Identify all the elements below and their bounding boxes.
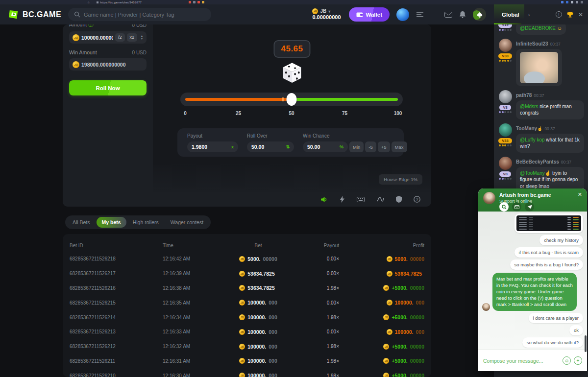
message-bubble: @Luffy kop what for that 1k win? <box>516 134 584 153</box>
winchance-input[interactable]: 50.00 % <box>303 141 348 152</box>
bet-id[interactable]: 68285367211526216 <box>70 285 163 291</box>
bets-section: All Bets My bets High rollers Wager cont… <box>63 215 431 377</box>
bookmark-icon[interactable]: ☆ <box>87 0 90 4</box>
vip-pips <box>499 178 512 180</box>
table-row[interactable]: 68285367211526216 12:16:38 AM 53634.7825… <box>68 281 426 296</box>
table-row[interactable]: 68285367211526212 12:16:32 AM 100000.000… <box>68 339 426 354</box>
bet-parameters: Payout 1.9800 x Roll Over 50.00 ⇅ Win Ch… <box>177 128 404 157</box>
bell-icon[interactable] <box>459 11 466 18</box>
email-icon[interactable] <box>512 202 521 212</box>
amount-stepper[interactable]: ▲▼ <box>139 35 145 40</box>
amount-value[interactable]: 100000.00000000 <box>81 35 113 41</box>
scrollbar-thumb[interactable] <box>585 335 587 352</box>
wallet-button[interactable]: Wallet <box>349 7 390 22</box>
table-row[interactable]: 68285367211526218 12:16:42 AM 5000.00000… <box>68 252 426 266</box>
col-bet-id: Bet ID <box>70 243 163 248</box>
table-row[interactable]: 68285367211526217 12:16:39 AM 53634.7825… <box>68 266 426 281</box>
winchance-group: Win Chance 50.00 % Min -5 +5 Max <box>303 133 407 157</box>
trends-icon[interactable] <box>376 196 384 202</box>
bet-id[interactable]: 68285367211526217 <box>70 271 163 276</box>
timestamp: 00:37 <box>550 42 561 47</box>
bet-id[interactable]: 68285367211526212 <box>70 344 163 349</box>
amount-input[interactable]: 100000.00000000 /2 x2 ▲▼ <box>69 31 147 44</box>
compose-placeholder[interactable]: Compose your message... <box>483 358 560 364</box>
browser-action-icons[interactable] <box>561 1 583 3</box>
turbo-bolt-icon[interactable] <box>340 196 345 203</box>
bet-id[interactable]: 68285367211526213 <box>70 329 163 334</box>
slider-handle[interactable] <box>287 93 297 106</box>
search-input[interactable]: Game name | Provider | Category Tag <box>68 8 211 21</box>
half-bet-button[interactable]: /2 <box>115 33 125 42</box>
chat-room-tab[interactable]: Global <box>494 4 524 24</box>
mail-icon[interactable] <box>444 12 452 18</box>
chat-image[interactable] <box>520 52 558 83</box>
tab-all-bets[interactable]: All Bets <box>67 217 96 228</box>
tab-my-bets[interactable]: My bets <box>97 217 126 228</box>
info-icon[interactable]: ⓘ <box>88 24 93 27</box>
bet-id[interactable]: 68285367211526215 <box>70 300 163 306</box>
sound-icon[interactable] <box>320 196 328 203</box>
search-icon[interactable] <box>499 202 509 212</box>
table-row[interactable]: 68285367211526215 12:16:35 AM 100000.000… <box>68 295 426 310</box>
tab-high-rollers[interactable]: High rollers <box>127 217 164 228</box>
fairness-shield-icon[interactable] <box>396 196 402 203</box>
trophy-icon[interactable] <box>567 11 573 18</box>
roll-now-button[interactable]: Roll Now <box>69 80 147 95</box>
chat-rules-icon[interactable]: ! <box>556 11 562 18</box>
help-icon[interactable]: ? <box>414 196 420 203</box>
chevron-right-icon[interactable]: › <box>528 12 530 18</box>
bet-payout: 1.98× <box>295 373 339 377</box>
minus5-button[interactable]: -5 <box>365 141 376 152</box>
bet-time: 12:16:32 AM <box>163 344 221 349</box>
username[interactable]: path78 <box>516 93 532 98</box>
hotkeys-keyboard-icon[interactable] <box>357 197 365 202</box>
extension-icons[interactable] <box>189 1 204 3</box>
close-icon[interactable]: ✕ <box>578 191 582 198</box>
bet-amount: 100000.000 <box>221 373 295 377</box>
compose-bar[interactable]: Compose your message... ☺ + <box>478 350 587 371</box>
bet-id[interactable]: 68285367211526210 <box>70 373 163 377</box>
table-row[interactable]: 68285367211526210 12:16:30 AM 100000.000… <box>68 368 426 377</box>
avatar[interactable] <box>499 123 512 137</box>
username[interactable]: InfiniteSoul23 <box>516 41 548 47</box>
bet-time: 12:16:38 AM <box>163 285 221 291</box>
support-screenshot-thumbnail[interactable] <box>516 215 581 231</box>
tab-wager-contest[interactable]: Wager contest <box>165 217 209 228</box>
menu-icon[interactable] <box>416 12 424 18</box>
chat-message: V8 path7800:37 @Mdsrs nice profit man co… <box>498 90 584 119</box>
vip-badge: V19 <box>498 24 512 28</box>
roll-result: 45.65 <box>273 40 310 58</box>
avatar[interactable] <box>499 90 512 103</box>
username[interactable]: BeBeBeckyPantss <box>516 159 559 165</box>
quests-spade-icon[interactable] <box>473 8 486 21</box>
avatar[interactable] <box>499 157 512 170</box>
max-button[interactable]: Max <box>392 141 407 152</box>
avatar[interactable] <box>396 8 409 21</box>
table-row[interactable]: 68285367211526211 12:16:31 AM 100000.000… <box>68 354 426 369</box>
emoji-picker-icon[interactable]: ☺ <box>563 356 571 365</box>
plus5-button[interactable]: +5 <box>378 141 390 152</box>
table-row[interactable]: 68285367211526213 12:16:33 AM 100000.000… <box>68 325 426 339</box>
avatar[interactable] <box>499 39 512 52</box>
min-button[interactable]: Min <box>349 141 364 152</box>
table-row[interactable]: 68285367211526214 12:16:34 AM 100000.000… <box>68 310 426 325</box>
bet-time: 12:16:31 AM <box>163 358 221 364</box>
bet-id[interactable]: 68285367211526218 <box>70 256 163 261</box>
bet-amount: 100000.000 <box>221 344 295 350</box>
url-text[interactable]: https://bc.game/chat/3456877 <box>100 1 142 4</box>
double-bet-button[interactable]: x2 <box>127 33 138 42</box>
bet-id[interactable]: 68285367211526211 <box>70 358 163 364</box>
bet-amount: 100000.000 <box>221 329 295 335</box>
close-icon[interactable]: ✕ <box>578 11 583 18</box>
attach-plus-icon[interactable]: + <box>574 356 582 365</box>
swap-icon[interactable]: ⇅ <box>286 144 290 149</box>
win-amount-input[interactable]: 198000.000000000 <box>69 58 147 71</box>
username[interactable]: TooMany <box>516 126 537 131</box>
roll-slider[interactable] <box>180 93 403 106</box>
telegram-icon[interactable] <box>525 202 534 212</box>
currency-selector[interactable]: JB ▾ 0.00000000 <box>312 8 341 21</box>
brand-logo[interactable]: BC.GAME <box>8 9 61 20</box>
bet-id[interactable]: 68285367211526214 <box>70 315 163 320</box>
rollover-input[interactable]: 50.00 ⇅ <box>247 141 294 152</box>
payout-input[interactable]: 1.9800 x <box>187 141 238 152</box>
